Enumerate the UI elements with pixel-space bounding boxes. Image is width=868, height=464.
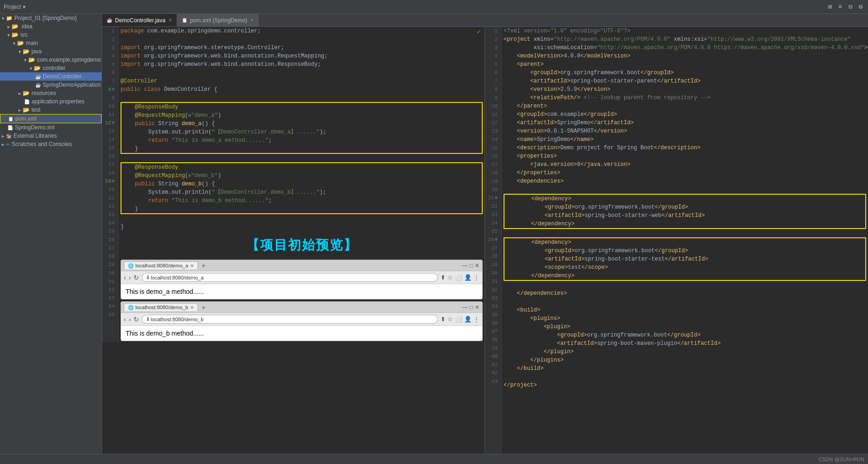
xml-line-16: <properties> (504, 152, 866, 160)
tab-democontroller[interactable]: ☕ DemoController.java ✕ (102, 14, 177, 26)
sidebar-label-project-root: Project_01 [SpringDemo] (14, 15, 77, 21)
rln-31: 31 (487, 277, 498, 286)
browser-min-b[interactable]: — (462, 304, 468, 311)
browser-forward-b[interactable]: › (129, 316, 131, 323)
browser-star-icon-b[interactable]: ☆ (447, 316, 453, 323)
tab-label-democontroller: DemoController.java (115, 17, 166, 24)
browser-user-icon-b[interactable]: 👤 (464, 316, 472, 323)
ln-17: 17 (104, 160, 115, 169)
ln-28: 28 (104, 252, 115, 261)
tab-label-pom: pom.xml (SpringDemo) (190, 17, 247, 24)
browser-new-tab-a[interactable]: + (200, 262, 207, 269)
browser-back-b[interactable]: ‹ (124, 316, 126, 323)
folder-icon: 📂 (17, 40, 24, 46)
rln-21: 21 ⚙ (487, 194, 498, 202)
sidebar-item-pom[interactable]: 📋 pom.xml (0, 114, 102, 123)
sidebar-item-springdemoapplication[interactable]: ☕ SpringDemoApplication (0, 81, 102, 89)
rln-41: 41 (487, 361, 498, 369)
browser-star-icon[interactable]: ☆ (447, 274, 453, 281)
browser-max-b[interactable]: □ (470, 304, 473, 311)
code-area-left: 1 2 3 4 5 6 7 8 ⚙ 9 10 11 (102, 27, 485, 342)
browser-forward-a[interactable]: › (129, 274, 131, 281)
sidebar-item-scratches[interactable]: ▸ ✏ Scratches and Consoles (0, 140, 102, 148)
browser-refresh-b[interactable]: ↻ (134, 316, 139, 323)
sidebar-item-main[interactable]: ▾ 📂 main (0, 39, 102, 47)
rln-36: 36 (487, 319, 498, 327)
browser-refresh-a[interactable]: ↻ (134, 274, 139, 281)
rln-19: 19 (487, 177, 498, 185)
code-area-right: 1 2 3 4 5 6 7 8 9 10 11 12 13 (485, 27, 868, 454)
sidebar-item-springdemo-iml[interactable]: 📄 SpringDemo.iml (0, 123, 102, 132)
sidebar-item-test[interactable]: ▸ 📂 test (0, 106, 102, 114)
xml-line-42 (504, 373, 866, 381)
editor-scroll-right[interactable]: 1 2 3 4 5 6 7 8 9 10 11 12 13 (485, 27, 868, 454)
rln-1: 1 (487, 27, 498, 35)
browser-content-a: This is demo_a method...... (121, 284, 482, 299)
rln-27: 27 (487, 244, 498, 252)
folder-icon: 📚 (6, 133, 12, 139)
sidebar-item-project-root[interactable]: ▾ 📁 Project_01 [SpringDemo] (0, 14, 102, 22)
sidebar-item-controller[interactable]: ▾ 📂 controller (0, 64, 102, 72)
browser-tab-b[interactable]: 🌐 localhost:8080/demo_b ✕ (124, 303, 198, 311)
browser-tab-close-a[interactable]: ✕ (190, 263, 194, 268)
arrow-icon: ▸ (2, 133, 4, 139)
browser-url-bar-a[interactable]: ℹ localhost:8080/demo_a (142, 273, 438, 282)
browser-tab-close-b[interactable]: ✕ (190, 305, 194, 310)
editor-panes: 1 2 3 4 5 6 7 8 ⚙ 9 10 11 (102, 27, 868, 454)
ln-8: 8 ⚙ (104, 85, 115, 94)
sidebar-item-java[interactable]: ▾ 📂 java (0, 47, 102, 56)
toolbar-icon-4[interactable]: ⚙ (857, 3, 864, 11)
browser-share-icon[interactable]: ⬆ (440, 274, 446, 281)
rln-4: 4 (487, 52, 498, 60)
props-file-icon: 📄 (24, 99, 30, 104)
sidebar-label-democontroller: DemoController (43, 73, 82, 80)
rln-9: 9 (487, 94, 498, 102)
toolbar-icon-1[interactable]: ⊞ (826, 3, 834, 11)
editor-scroll-left[interactable]: 1 2 3 4 5 6 7 8 ⚙ 9 10 11 (102, 27, 485, 454)
browser-new-tab-b[interactable]: + (200, 304, 207, 311)
browser-min-a[interactable]: — (462, 262, 468, 269)
sidebar-label-src: src (20, 32, 28, 38)
browser-back-a[interactable]: ‹ (124, 274, 126, 281)
rln-34: 34 (487, 302, 498, 311)
project-label[interactable]: Project ▾ (4, 4, 26, 10)
browser-menu-icon-b[interactable]: ⋮ (473, 316, 479, 323)
sidebar-item-resources[interactable]: ▸ 📂 resources (0, 89, 102, 97)
sidebar-item-external-libraries[interactable]: ▸ 📚 External Libraries (0, 132, 102, 140)
code-line-21: return "This is demo_b method......"; (121, 197, 482, 205)
rln-23: 23 (487, 210, 498, 219)
code-line-14: return "This is demo_a method......"; (121, 136, 482, 145)
browser-url-bar-b[interactable]: ℹ localhost:8080/demo_b (142, 315, 438, 324)
tab-close-pom[interactable]: ✕ (250, 18, 254, 23)
code-content-left[interactable]: package com.example.springdemo.controlle… (119, 27, 485, 342)
sidebar-item-src[interactable]: ▾ 📂 src (0, 31, 102, 39)
toolbar-icon-2[interactable]: ≡ (836, 3, 844, 11)
browser-user-icon[interactable]: 👤 (464, 274, 472, 281)
browser-close-b[interactable]: ✕ (475, 304, 479, 311)
xml-line-21: <dependency> (504, 195, 865, 203)
arrow-icon: ▸ (2, 142, 4, 147)
tab-close-democontroller[interactable]: ✕ (168, 18, 172, 23)
sidebar-item-democontroller[interactable]: ☕ DemoController (0, 72, 102, 81)
sidebar-item-idea[interactable]: ▸ 📂 .idea (0, 22, 102, 31)
folder-icon: 📂 (28, 57, 35, 63)
code-content-right[interactable]: <?xml version="1.0" encoding="UTF-8"?> <… (502, 27, 868, 454)
line-numbers-left: 1 2 3 4 5 6 7 8 ⚙ 9 10 11 (102, 27, 119, 342)
browser-menu-icon[interactable]: ⋮ (473, 274, 479, 281)
sidebar-label-external-libraries: External Libraries (13, 133, 57, 139)
arrow-icon: ▾ (30, 66, 32, 71)
sidebar-item-com-example[interactable]: ▾ 📂 com.example.springdemo (0, 56, 102, 64)
rln-20: 20 (487, 185, 498, 194)
browser-close-a[interactable]: ✕ (475, 262, 479, 269)
browser-tablet-icon-b[interactable]: ⬜ (455, 316, 462, 323)
toolbar-icon-3[interactable]: ⊟ (847, 3, 854, 11)
tab-pom[interactable]: 📋 pom.xml (SpringDemo) ✕ (177, 14, 259, 26)
code-line-17: @ResponseBody (121, 163, 482, 172)
browser-tab-a[interactable]: 🌐 localhost:8080/demo_a ✕ (124, 261, 198, 269)
browser-max-a[interactable]: □ (470, 262, 473, 269)
sidebar-item-application-properties[interactable]: 📄 application.properties (0, 97, 102, 106)
ln-35: 35 (104, 311, 115, 319)
browser-share-icon-b[interactable]: ⬆ (440, 316, 446, 323)
ln-18: 18 (104, 169, 115, 177)
browser-tablet-icon[interactable]: ⬜ (455, 274, 462, 281)
